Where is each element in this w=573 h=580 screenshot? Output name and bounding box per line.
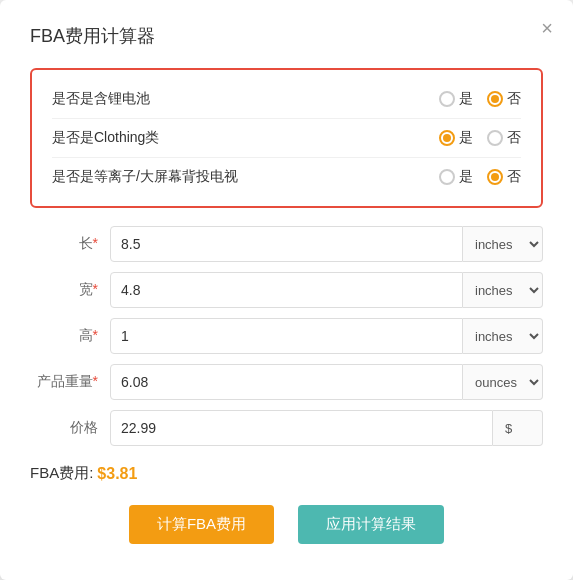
radio-circle-lithium-no <box>487 91 503 107</box>
height-input[interactable] <box>110 318 463 354</box>
form-label-price: 价格 <box>30 419 110 437</box>
radio-lithium-no[interactable]: 否 <box>487 90 521 108</box>
radio-circle-clothing-no <box>487 130 503 146</box>
radio-plasma-yes[interactable]: 是 <box>439 168 473 186</box>
price-input[interactable] <box>110 410 493 446</box>
length-input[interactable] <box>110 226 463 262</box>
form-input-wrap-price: $ <box>110 410 543 446</box>
fba-cost-row: FBA费用: $3.81 <box>30 464 543 483</box>
price-unit-static: $ <box>493 410 543 446</box>
radio-lithium-yes[interactable]: 是 <box>439 90 473 108</box>
form-row-height: 高* inches cm <box>30 318 543 354</box>
radio-circle-clothing-yes <box>439 130 455 146</box>
weight-input[interactable] <box>110 364 463 400</box>
radio-options-clothing: 是 否 <box>439 129 521 147</box>
form-row-length: 长* inches cm <box>30 226 543 262</box>
form-label-height: 高* <box>30 327 110 345</box>
fba-cost-label: FBA费用: <box>30 464 93 483</box>
radio-circle-plasma-no <box>487 169 503 185</box>
form-label-length: 长* <box>30 235 110 253</box>
apply-button[interactable]: 应用计算结果 <box>298 505 444 544</box>
dialog-title: FBA费用计算器 <box>30 24 543 48</box>
radio-options-plasma: 是 否 <box>439 168 521 186</box>
weight-unit-select[interactable]: ounces lb g kg <box>463 364 543 400</box>
radio-label-plasma: 是否是等离子/大屏幕背投电视 <box>52 168 238 186</box>
close-button[interactable]: × <box>541 18 553 38</box>
form-label-weight: 产品重量* <box>30 373 110 391</box>
radio-circle-lithium-yes <box>439 91 455 107</box>
fba-calculator-dialog: FBA费用计算器 × 是否是含锂电池 是 否 是否是Clothing类 <box>0 0 573 580</box>
form-input-wrap-weight: ounces lb g kg <box>110 364 543 400</box>
radio-row-clothing: 是否是Clothing类 是 否 <box>52 119 521 158</box>
button-row: 计算FBA费用 应用计算结果 <box>30 505 543 544</box>
radio-row-plasma: 是否是等离子/大屏幕背投电视 是 否 <box>52 158 521 196</box>
form-label-width: 宽* <box>30 281 110 299</box>
form-row-width: 宽* inches cm <box>30 272 543 308</box>
form-row-price: 价格 $ <box>30 410 543 446</box>
width-unit-select[interactable]: inches cm <box>463 272 543 308</box>
form-input-wrap-width: inches cm <box>110 272 543 308</box>
radio-options-lithium: 是 否 <box>439 90 521 108</box>
form-row-weight: 产品重量* ounces lb g kg <box>30 364 543 400</box>
radio-circle-plasma-yes <box>439 169 455 185</box>
calculate-button[interactable]: 计算FBA费用 <box>129 505 274 544</box>
radio-plasma-no[interactable]: 否 <box>487 168 521 186</box>
length-unit-select[interactable]: inches cm <box>463 226 543 262</box>
form-input-wrap-height: inches cm <box>110 318 543 354</box>
radio-clothing-yes[interactable]: 是 <box>439 129 473 147</box>
radio-clothing-no[interactable]: 否 <box>487 129 521 147</box>
radio-group-box: 是否是含锂电池 是 否 是否是Clothing类 是 <box>30 68 543 208</box>
form-input-wrap-length: inches cm <box>110 226 543 262</box>
fba-cost-value: $3.81 <box>97 465 137 483</box>
radio-label-clothing: 是否是Clothing类 <box>52 129 159 147</box>
radio-row-lithium: 是否是含锂电池 是 否 <box>52 80 521 119</box>
height-unit-select[interactable]: inches cm <box>463 318 543 354</box>
width-input[interactable] <box>110 272 463 308</box>
radio-label-lithium: 是否是含锂电池 <box>52 90 150 108</box>
